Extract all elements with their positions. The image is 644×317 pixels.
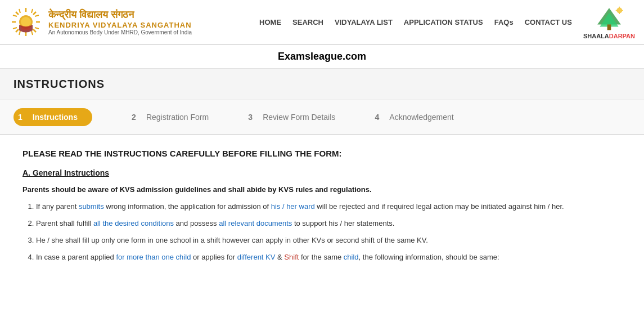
step-1-number: 1 [18,113,22,122]
list-item: In case a parent applied for more than o… [36,251,622,264]
svg-line-15 [31,31,33,35]
svg-line-5 [33,29,36,32]
steps-bar: 1 Instructions 2 Registration Form 3 Rev… [0,100,644,135]
svg-line-8 [19,9,20,13]
highlight-documents: all relevant documents [219,219,292,227]
exams-banner-text: Examsleague.com [278,51,366,62]
section-a-heading: A. General Instructions [22,168,622,177]
nav-faqs[interactable]: FAQs [494,18,514,26]
highlight-shift: Shift [284,253,299,261]
main-instruction-title: PLEASE READ THE INSTRUCTIONS CAREFULLY B… [22,149,622,158]
instructions-title: INSTRUCTIONS [13,78,631,91]
list-item: Parent shall fulfill all the desired con… [36,217,622,230]
nav-home[interactable]: HOME [259,18,281,26]
main-nav: HOME SEARCH VIDYALAYA LIST APPLICATION S… [259,18,572,26]
logo-english-text: KENDRIYA VIDYALAYA SANGATHAN [48,21,192,29]
logo-area: केन्द्रीय विद्यालय संगठन KENDRIYA VIDYAL… [9,5,259,39]
svg-line-6 [33,12,36,15]
shaala-darpan-logo: SHAALADARPAN [583,5,635,39]
list-item: He / she shall fill up only one form in … [36,234,622,247]
svg-point-17 [21,17,31,27]
highlight-child: child [344,253,359,261]
step-3-review[interactable]: 3 Review Form Details [242,109,335,125]
kvs-logo-icon [9,5,43,39]
highlight-more-than-one: for more than one child [116,253,191,261]
highlight-submits: submits [79,202,104,211]
svg-line-7 [16,29,19,32]
shaala-darpan-icon [595,5,623,33]
nav-application-status[interactable]: APPLICATION STATUS [404,18,483,26]
header: केन्द्रीय विद्यालय संगठन KENDRIYA VIDYAL… [0,0,644,45]
step-4-label: Acknowledgement [389,113,453,122]
nav-vidyalaya-list[interactable]: VIDYALAYA LIST [335,18,393,26]
exams-banner: Examsleague.com [0,45,644,69]
step-2-number: 2 [126,109,142,125]
step-4-acknowledgement[interactable]: 4 Acknowledgement [369,109,453,125]
logo-text-area: केन्द्रीय विद्यालय संगठन KENDRIYA VIDYAL… [48,9,192,35]
highlight-different-kv: different KV [237,253,276,261]
step-4-number: 4 [369,109,385,125]
step-1-label: Instructions [26,110,84,124]
step-1-wrapper: 1 Instructions [13,108,92,126]
svg-line-10 [13,15,17,16]
highlight-his-her: his / her ward [271,202,315,211]
step-1-instructions[interactable]: 1 Instructions [13,108,92,126]
step-2-registration[interactable]: 2 Registration Form [126,109,209,125]
logo-hindi-text: केन्द्रीय विद्यालय संगठन [48,9,192,21]
step-3-label: Review Form Details [263,113,335,122]
instructions-list: If any parent submits wrong information,… [22,200,622,264]
instructions-section-heading: INSTRUCTIONS [0,69,644,100]
bold-paragraph: Parents should be aware of KVS admission… [22,185,622,194]
svg-line-11 [13,28,17,29]
svg-line-13 [35,28,39,29]
svg-line-14 [19,31,20,35]
svg-rect-20 [607,24,611,30]
nav-search[interactable]: SEARCH [292,18,323,26]
step-2-label: Registration Form [146,113,209,122]
svg-line-4 [16,12,19,15]
list-item: If any parent submits wrong information,… [36,200,622,213]
svg-line-9 [31,9,33,13]
main-content: PLEASE READ THE INSTRUCTIONS CAREFULLY B… [0,135,644,282]
nav-contact-us[interactable]: CONTACT US [525,18,572,26]
shaala-darpan-text: SHAALADARPAN [583,33,635,39]
step-3-number: 3 [242,109,258,125]
svg-line-12 [35,15,39,16]
highlight-desired: all the desired conditions [93,219,174,227]
logo-sub-text: An Autonomous Body Under MHRD, Governmen… [48,29,192,35]
